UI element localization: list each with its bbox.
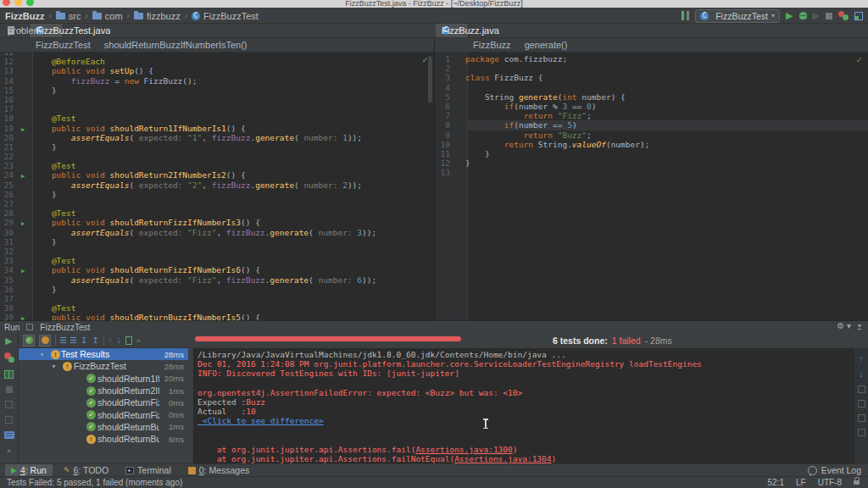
stop-button[interactable] xyxy=(826,13,832,19)
show-ignored-toggle[interactable] xyxy=(39,335,51,347)
breadcrumb-item-src[interactable]: src xyxy=(56,11,81,21)
expander-icon[interactable]: ▼ xyxy=(39,352,45,358)
run-button[interactable]: ▶ xyxy=(786,11,793,20)
test-tree-row[interactable]: ✓shouldReturnBuzzIfNumberIs51ms xyxy=(19,421,188,433)
toolwindow-button-4-run[interactable]: ▶4: Run xyxy=(5,464,53,477)
scroll-to-end-icon[interactable] xyxy=(858,400,865,408)
event-log-button[interactable]: Event Log xyxy=(808,465,861,475)
tab-problem[interactable]: problem× xyxy=(2,24,30,37)
code-line[interactable]: 13 xyxy=(435,168,868,177)
code-line[interactable]: 5 String generate(int number) { xyxy=(435,92,868,102)
hide-panel-icon[interactable]: ▾ xyxy=(858,323,861,330)
code-line[interactable]: 21 } xyxy=(0,142,434,152)
code-line[interactable]: 26 } xyxy=(0,190,434,199)
console-link[interactable]: Assertions.java:1304 xyxy=(454,454,551,463)
rerun-failed-tests-button[interactable] xyxy=(4,352,14,363)
breadcrumb-item-fizzbuzz[interactable]: FizzBuzz xyxy=(5,11,44,21)
code-line[interactable]: 38 @Test xyxy=(0,303,434,313)
scroll-down-icon[interactable]: ↓ xyxy=(860,370,864,379)
pin-tab-button[interactable] xyxy=(5,416,13,424)
preview-icon[interactable] xyxy=(4,431,14,439)
run-with-coverage-button[interactable]: ▶ xyxy=(813,11,820,20)
file-encoding[interactable]: UTF-8 xyxy=(818,478,842,487)
code-line[interactable]: 13 public void setUp() { xyxy=(0,66,434,75)
code-line[interactable]: 18 @Test xyxy=(0,114,434,123)
caret-position[interactable]: 52:1 xyxy=(768,478,784,487)
column-selection-icon[interactable] xyxy=(682,11,689,20)
code-line[interactable]: 36 } xyxy=(0,285,434,294)
code-line[interactable]: 1package com.fizzbuzz; xyxy=(435,54,868,64)
code-line[interactable]: 32 xyxy=(0,247,434,256)
code-line[interactable]: 6 if(number % 3 == 0) xyxy=(435,102,868,111)
toolwindow-button-6-todo[interactable]: ✎6: TODO xyxy=(58,464,114,477)
next-failed-test-icon[interactable]: ↓ xyxy=(117,336,121,345)
sort-by-duration-icon[interactable] xyxy=(70,337,76,339)
test-tree-row[interactable]: ✓shouldReturn2IfNumberIs21ms xyxy=(19,385,188,396)
toggle-auto-test-icon[interactable] xyxy=(4,370,14,379)
soft-wrap-icon[interactable] xyxy=(858,385,865,393)
code-line[interactable]: 3class FizzBuzz { xyxy=(435,73,868,82)
code-line[interactable]: 25 assertEquals( expected: "2", fizzBuzz… xyxy=(0,180,434,190)
test-tree-row[interactable]: ✓shouldReturn1IfNumberIs120ms xyxy=(19,373,188,385)
previous-failed-test-icon[interactable]: ↑ xyxy=(108,336,113,345)
console-link[interactable]: <Click to see difference> xyxy=(198,416,324,425)
code-line[interactable]: 30 assertEquals( expected: "Fizz", fizzB… xyxy=(0,228,434,237)
breadcrumb-class[interactable]: FizzBuzzTest xyxy=(36,40,91,50)
code-line[interactable]: 34▶ public void shouldReturnFizzIfNumber… xyxy=(0,265,434,274)
breadcrumb-item-fizzbuzztest[interactable]: CFizzBuzzTest xyxy=(192,11,259,21)
profiler-icon[interactable] xyxy=(838,11,849,20)
run-config-selector[interactable]: C FizzBuzzTest ▾ xyxy=(695,9,780,23)
breadcrumb-class[interactable]: FizzBuzz xyxy=(473,40,511,50)
run-console[interactable]: /Library/Java/JavaVirtualMachines/jdk1.8… xyxy=(193,348,854,464)
code-line[interactable]: 20 assertEquals( expected: "1", fizzBuzz… xyxy=(0,133,434,142)
code-line[interactable]: 19▶ public void shouldReturn1IfNumberIs1… xyxy=(0,124,434,133)
code-line[interactable]: 27 xyxy=(0,199,434,208)
print-icon[interactable] xyxy=(858,414,865,422)
code-line[interactable]: 22 xyxy=(0,152,434,161)
code-line[interactable]: 4 xyxy=(435,83,868,92)
code-line[interactable]: 24▶ public void shouldReturn2IfNumberIs2… xyxy=(0,170,434,180)
restore-layout-button[interactable] xyxy=(5,401,13,408)
editor-scrollbar[interactable] xyxy=(428,56,432,103)
code-line[interactable]: 2 xyxy=(435,64,868,73)
gear-icon[interactable]: ⚙ ▾ xyxy=(837,321,851,330)
more-icon[interactable]: » xyxy=(7,446,11,455)
toolwindow-button-0-messages[interactable]: 0: Messages xyxy=(182,464,256,477)
test-tree-row[interactable]: ✓shouldReturnFizzIfNumberIs60ms xyxy=(19,408,188,420)
code-line[interactable]: 31 } xyxy=(0,237,434,247)
toolwindow-button-terminal[interactable]: ▸Terminal xyxy=(120,464,177,477)
run-test-gutter-icon[interactable]: ▶ xyxy=(14,314,32,320)
code-line[interactable]: 9 return "Buzz"; xyxy=(435,130,868,140)
code-line[interactable]: 28 @Test xyxy=(0,208,434,218)
more-icon[interactable]: » xyxy=(136,336,141,345)
code-line[interactable]: 12} xyxy=(435,158,868,168)
code-line[interactable]: 14 fizzBuzz = new FizzBuzz(); xyxy=(0,76,434,86)
code-line[interactable]: 29▶ public void shouldReturnFizzIfNumber… xyxy=(0,218,434,227)
code-line[interactable]: 39▶ public void shouldReturnBuzzIfNumber… xyxy=(0,313,434,320)
code-line[interactable]: 17 xyxy=(0,104,434,114)
test-tree-row[interactable]: ▼!Test Results28ms xyxy=(19,348,188,360)
code-line[interactable]: 23 @Test xyxy=(0,161,434,170)
console-link[interactable]: Assertions.java:1300 xyxy=(415,445,512,454)
stop-process-button[interactable] xyxy=(6,386,13,393)
lock-icon[interactable] xyxy=(854,480,860,485)
clear-console-icon[interactable] xyxy=(858,429,865,436)
tab-fizzbuzz-java[interactable]: CFizzBuzz.java× xyxy=(436,24,469,37)
show-passed-toggle[interactable]: ✓ xyxy=(23,335,35,347)
code-line[interactable]: 15 } xyxy=(0,86,434,95)
code-line[interactable]: 10 return String.valueOf(number); xyxy=(435,140,868,149)
code-line[interactable]: 8 if(number == 5) xyxy=(435,120,868,130)
breadcrumb-item-com[interactable]: com xyxy=(92,11,123,21)
scroll-up-icon[interactable]: ↑ xyxy=(860,355,864,363)
sort-alphabetically-icon[interactable] xyxy=(60,337,66,339)
export-test-results-icon[interactable] xyxy=(125,336,132,345)
expand-all-icon[interactable]: ↧ xyxy=(81,336,87,345)
code-line[interactable]: 12 @BeforeEach xyxy=(0,57,434,66)
run-tab-label[interactable]: FizzBuzzTest xyxy=(40,323,90,332)
editor-source-file[interactable]: 1package com.fizzbuzz;23class FizzBuzz {… xyxy=(434,53,868,320)
rerun-button[interactable]: ▶ xyxy=(5,336,12,345)
code-line[interactable]: 33 @Test xyxy=(0,256,434,265)
inspection-ok-icon[interactable]: ✓ xyxy=(856,55,863,64)
debug-button[interactable] xyxy=(799,12,807,19)
breadcrumb-item-fizzbuzz[interactable]: fizzbuzz xyxy=(134,11,181,21)
